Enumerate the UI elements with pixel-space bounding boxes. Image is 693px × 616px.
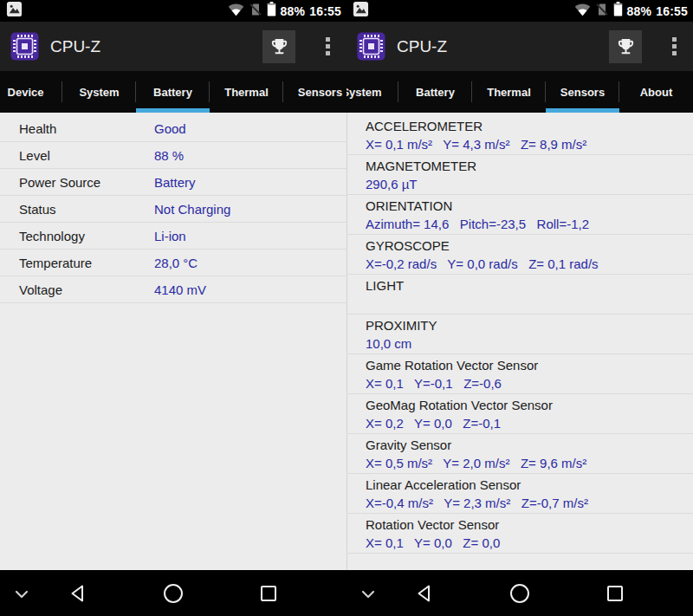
battery-row-status: Status Not Charging [0,196,346,223]
trophy-icon [616,36,636,56]
recents-icon[interactable] [606,585,624,606]
sensor-name: Rotation Vector Sensor [366,515,684,534]
battery-icon [267,2,276,20]
row-value: Not Charging [154,202,230,217]
tab-about[interactable]: About [619,71,693,113]
sensor-value [366,295,684,313]
row-label: Level [19,148,154,163]
row-value: Li-ion [154,229,186,243]
battery-percent: 88% [627,4,652,18]
battery-row-temperature: Temperature 28,0 °C [0,250,346,276]
row-label: Temperature [19,256,154,270]
wifi-icon [574,3,591,20]
sensor-value: 10,0 cm [366,334,684,353]
screenshot-icon [353,1,369,21]
navigation-bar [346,570,693,616]
row-value: Good [154,121,186,136]
trophy-button[interactable] [609,30,642,63]
row-label: Status [19,202,154,217]
status-bar: 88% 16:55 [0,0,346,22]
tab-thermal[interactable]: Thermal [472,71,546,113]
overflow-menu-icon[interactable] [323,34,333,59]
chevron-down-icon[interactable] [360,587,376,603]
tab-battery[interactable]: Battery [398,71,472,113]
sensor-name: ORIENTATION [366,197,684,215]
home-icon[interactable] [163,583,184,607]
status-bar: 88% 16:55 [346,0,693,22]
row-value: 88 % [154,148,184,163]
battery-row-level: Level 88 % [0,142,346,169]
tab-system[interactable]: System [346,71,398,113]
home-icon[interactable] [509,583,530,607]
sensor-name: LIGHT [366,276,684,295]
tab-sensors[interactable]: Sensors [546,71,619,113]
sensor-value: X=-0,2 rad/s Y= 0,0 rad/s Z= 0,1 rad/s [366,255,684,273]
tab-bar: Device System Battery Thermal Sensors [0,71,346,113]
sensor-value: X= 0,1 Y=-0,1 Z=-0,6 [366,374,684,392]
sensor-value: 290,6 µT [366,175,684,193]
battery-row-power-source: Power Source Battery [0,169,346,196]
row-label: Health [19,121,154,136]
sensor-name: GeoMag Rotation Vector Sensor [366,396,684,414]
phone-screen-sensors: 88% 16:55 CPU-Z [346,0,693,616]
sensor-value: X= 0,1 Y= 0,0 Z= 0,0 [366,534,684,552]
sensor-section-light: LIGHT [346,275,693,314]
sensor-value: X= 0,5 m/s² Y= 2,0 m/s² Z= 9,6 m/s² [366,454,684,472]
sensor-section-gravity: Gravity Sensor X= 0,5 m/s² Y= 2,0 m/s² Z… [346,434,693,474]
chevron-down-icon[interactable] [14,587,29,603]
tab-strip: Device System Battery Thermal Sensors [0,71,346,113]
row-label: Technology [19,229,154,243]
wifi-icon [228,3,244,20]
cpu-chip-icon [357,32,385,61]
battery-row-voltage: Voltage 4140 mV [0,276,346,303]
overflow-menu-icon[interactable] [670,34,679,59]
sensor-name: ACCELEROMETER [366,117,684,135]
navigation-bar [0,570,346,616]
tab-system[interactable]: System [62,71,136,113]
sensor-value: X= 0,2 Y= 0,0 Z=-0,1 [366,414,684,432]
tab-sensors[interactable]: Sensors [283,71,346,113]
battery-info-list: Health Good Level 88 % Power Source Batt… [0,113,346,570]
row-value: 4140 mV [154,282,206,297]
sensor-section-accelerometer: ACCELEROMETER X= 0,1 m/s² Y= 4,3 m/s² Z=… [346,115,693,155]
tab-battery[interactable]: Battery [136,71,210,113]
sensor-section-rotation-vector: Rotation Vector Sensor X= 0,1 Y= 0,0 Z= … [346,514,693,554]
battery-icon [613,2,623,20]
tab-device[interactable]: Device [0,71,62,113]
sensor-name: Gravity Sensor [366,436,684,454]
battery-percent: 88% [281,4,306,18]
no-sim-icon [595,3,609,20]
screenshot-icon [6,1,23,21]
sensor-value: X= 0,1 m/s² Y= 4,3 m/s² Z= 8,9 m/s² [366,135,684,153]
tab-thermal[interactable]: Thermal [210,71,283,113]
sensor-section-gyroscope: GYROSCOPE X=-0,2 rad/s Y= 0,0 rad/s Z= 0… [346,235,693,275]
recents-icon[interactable] [260,585,277,606]
phone-screen-battery: 88% 16:55 CPU-Z [0,0,346,616]
sensor-name: Linear Acceleration Sensor [366,476,684,494]
back-icon[interactable] [416,584,432,606]
sensor-section-linear-acceleration: Linear Acceleration Sensor X=-0,4 m/s² Y… [346,474,693,514]
app-bar: CPU-Z [0,22,346,71]
clock: 16:55 [656,4,688,18]
sensor-section-geomag-rotation-vector: GeoMag Rotation Vector Sensor X= 0,2 Y= … [346,394,693,434]
row-label: Voltage [19,282,154,297]
no-sim-icon [249,3,262,20]
sensor-section-orientation: ORIENTATION Azimuth= 14,6 Pitch=-23,5 Ro… [346,195,693,235]
trophy-button[interactable] [262,30,295,63]
app-title: CPU-Z [397,37,609,56]
status-indicators: 88% 16:55 [228,2,343,20]
sensor-section-game-rotation-vector: Game Rotation Vector Sensor X= 0,1 Y=-0,… [346,354,693,394]
sensor-value: Azimuth= 14,6 Pitch=-23,5 Roll=-1,2 [366,215,684,233]
sensor-section-magnetometer: MAGNETOMETER 290,6 µT [346,155,693,195]
sensor-name: Game Rotation Vector Sensor [366,356,684,374]
sensor-name: PROXIMITY [366,316,684,334]
battery-row-technology: Technology Li-ion [0,223,346,250]
cpu-chip-icon [10,32,39,61]
status-indicators: 88% 16:55 [574,2,690,20]
back-icon[interactable] [69,584,86,606]
tab-strip: System Battery Thermal Sensors About [346,71,693,113]
row-value: Battery [154,175,196,190]
sensor-name: MAGNETOMETER [366,157,684,175]
app-title: CPU-Z [50,37,262,56]
app-bar: CPU-Z [346,22,693,71]
